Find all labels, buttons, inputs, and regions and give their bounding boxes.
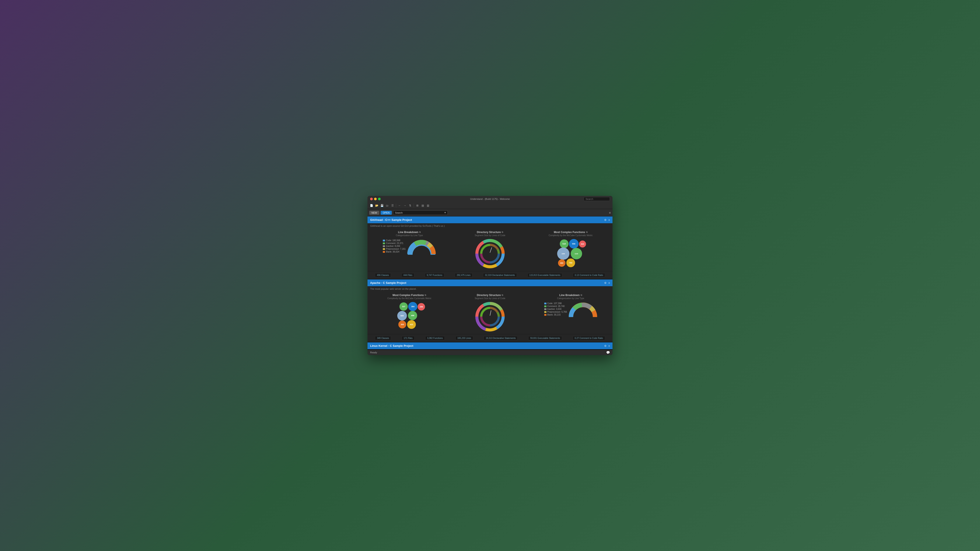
svg-point-0: [414, 246, 429, 256]
stat-classes-apache[interactable]: 349 Classes: [375, 336, 391, 340]
search-dropdown-label: Search: [395, 211, 403, 214]
line-breakdown-title-apache: Line Breakdown ⧉: [559, 294, 582, 297]
layout2-icon[interactable]: ▤: [420, 203, 425, 208]
most-complex-section: Most Complex Functions ⧉ Complexity by t…: [531, 231, 610, 269]
charts-area-gitahead: Line Breakdown ⧉ Categorization by Line …: [368, 229, 612, 271]
project-title-linux: Linux Kernel - C Sample Project: [370, 344, 413, 348]
layout1-icon[interactable]: ⊞: [415, 203, 420, 208]
stat-executable[interactable]: 115,813 Executable Statements: [527, 273, 562, 277]
copy-icon-dir[interactable]: ⧉: [501, 231, 503, 233]
stat-comment-ratio[interactable]: 0.13 Comment to Code Ratio: [573, 273, 605, 277]
legend-dot-comment: [383, 243, 385, 244]
menu-icon-apache[interactable]: ≡: [608, 281, 610, 284]
stat-lines[interactable]: 292,475 Lines: [455, 273, 473, 277]
settings-icon-linux[interactable]: ⚙: [604, 345, 606, 348]
legend-code-apache: Code: 107,398: [544, 302, 567, 305]
search-dropdown[interactable]: Search ▾: [393, 210, 448, 215]
bubble-chart-gitahead: 518 556 323 1404 1144 360 760: [553, 238, 588, 269]
save-icon[interactable]: 💾: [380, 203, 384, 208]
copy-icon-complex-apache[interactable]: ⧉: [425, 294, 426, 297]
project-header-icons-linux: ⚙ ≡: [604, 345, 610, 348]
hamburger-icon[interactable]: ≡: [609, 211, 611, 214]
most-complex-title-apache: Most Complex Functions ⧉: [393, 294, 426, 297]
project-card-linux: Linux Kernel - C Sample Project ⚙ ≡: [368, 342, 612, 349]
close-button[interactable]: [370, 198, 373, 200]
folder-icon[interactable]: 🗂: [385, 203, 389, 208]
bubble-chart-apache: 337 384 296 600 498 300 422: [392, 301, 427, 332]
copy-icon-dir-apache[interactable]: ⧉: [501, 294, 503, 297]
settings-icon-apache[interactable]: ⚙: [604, 281, 606, 284]
charts-area-apache: Most Complex Functions ⧉ Complexity by t…: [368, 291, 612, 334]
legend-dot-code: [383, 240, 385, 241]
legend-blank-apache: Blank: 30,215: [544, 314, 567, 316]
menu-icon-linux[interactable]: ≡: [608, 345, 610, 348]
project-header-linux: Linux Kernel - C Sample Project ⚙ ≡: [368, 342, 612, 349]
stat-executable-apache[interactable]: 59,831 Executable Statements: [528, 336, 562, 340]
new-button[interactable]: NEW: [369, 211, 379, 215]
stat-functions-apache[interactable]: 3,382 Functions: [425, 336, 445, 340]
line-breakdown-legend: Code: 180,568 Comment: 23,371 Inactive: …: [383, 239, 406, 253]
project-description-apache: The most popular web server on the plane…: [368, 286, 612, 291]
minimize-button[interactable]: [374, 198, 377, 200]
project-header-apache: Apache - C Sample Project ⚙ ≡: [368, 279, 612, 286]
stat-files-apache[interactable]: 171 Files: [402, 336, 415, 340]
legend-dot-comment-apache: [544, 305, 546, 307]
copy-icon-complex[interactable]: ⧉: [586, 231, 587, 233]
title-search-input[interactable]: [584, 197, 610, 201]
new-file-icon[interactable]: 📄: [369, 203, 374, 208]
svg-point-4: [484, 310, 496, 323]
open-button[interactable]: OPEN: [380, 211, 392, 215]
settings-icon[interactable]: ⚙: [604, 218, 606, 221]
refresh-icon[interactable]: ⇅: [408, 203, 412, 208]
directory-structure-section-apache: Directory Structure ⧉ Segment Size by Li…: [451, 294, 530, 332]
menu-icon[interactable]: ≡: [608, 218, 610, 221]
legend-dot-code-apache: [544, 303, 546, 304]
stat-classes[interactable]: 496 Classes: [375, 273, 391, 277]
legend-preprocessor-apache: Preprocessor: 5,766: [544, 311, 567, 313]
stats-bar-gitahead: 496 Classes 444 Files 9,747 Functions 29…: [368, 271, 612, 279]
stat-declarative[interactable]: 32,319 Declarative Statements: [483, 273, 517, 277]
line-breakdown-chart-svg: [407, 238, 436, 256]
legend-comment-apache: Comment: 28,740: [544, 305, 567, 307]
most-complex-subtitle: Complexity by the McCabe Cyclomatic Metr…: [549, 234, 593, 237]
directory-donut-svg: [475, 238, 505, 269]
legend-code: Code: 180,568: [383, 239, 406, 241]
most-complex-subtitle-apache: Complexity by the McCabe Cyclomatic Metr…: [387, 297, 431, 300]
open-file-icon[interactable]: 📂: [374, 203, 379, 208]
line-breakdown-legend-apache: Code: 107,398 Comment: 28,740 Inactive: …: [544, 302, 567, 316]
chat-icon[interactable]: 💬: [606, 351, 610, 354]
bubble-760: 760: [566, 259, 575, 267]
legend-dot-blank: [383, 251, 385, 253]
svg-point-6: [575, 310, 590, 319]
title-bar: Understand - (Build 1175) - Welcome: [368, 196, 612, 202]
stat-files[interactable]: 444 Files: [401, 273, 414, 277]
stat-declarative-apache[interactable]: 19,313 Declarative Statements: [484, 336, 517, 340]
copy-icon[interactable]: ⧉: [419, 231, 421, 233]
bubble-1404: 1404: [557, 248, 570, 260]
stat-functions[interactable]: 9,747 Functions: [425, 273, 444, 277]
layout3-icon[interactable]: ▥: [426, 203, 430, 208]
stat-comment-ratio-apache[interactable]: 0.27 Comment to Code Ratio: [573, 336, 605, 340]
bubble-296: 296: [418, 303, 425, 310]
stat-lines-apache[interactable]: 165,233 Lines: [455, 336, 473, 340]
line-breakdown-section-apache: Line Breakdown ⧉ Categorization by Line …: [531, 294, 610, 332]
main-window: Understand - (Build 1175) - Welcome 📄 📂 …: [368, 196, 612, 355]
status-text: Ready: [370, 351, 377, 354]
legend-dot-preprocessor: [383, 248, 385, 250]
line-breakdown-chart-svg-apache: [569, 301, 597, 319]
back-icon[interactable]: ←: [398, 203, 402, 208]
copy-icon-lb-apache[interactable]: ⧉: [581, 294, 582, 297]
svg-point-2: [484, 248, 496, 260]
directory-structure-subtitle: Segment Size by Lines of Code: [475, 234, 505, 237]
list-icon[interactable]: ☰: [390, 203, 395, 208]
forward-icon[interactable]: →: [403, 203, 407, 208]
bubble-556: 556: [569, 239, 579, 249]
line-breakdown-section: Line Breakdown ⧉ Categorization by Line …: [370, 231, 449, 269]
maximize-button[interactable]: [378, 198, 380, 200]
legend-inactive-apache: Inactive: 3,634: [544, 308, 567, 310]
bubble-323: 323: [579, 240, 586, 248]
menu-icon[interactable]: ≡: [609, 211, 611, 215]
window-title: Understand - (Build 1175) - Welcome: [470, 198, 510, 200]
project-header-gitahead: GitAhead - C++ Sample Project ⚙ ≡: [368, 216, 612, 223]
line-breakdown-title: Line Breakdown ⧉: [398, 231, 421, 234]
